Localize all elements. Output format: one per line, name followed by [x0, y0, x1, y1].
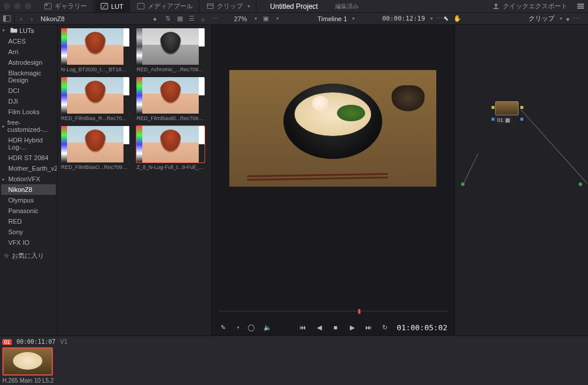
tree-item[interactable]: ▸MotionVFX [0, 174, 57, 184]
node-connector-icon[interactable] [520, 118, 523, 121]
tree-item-label: Sony [8, 228, 23, 235]
go-first-button[interactable]: ⏮ [298, 324, 308, 331]
chevron-down-icon[interactable]: ▾ [430, 16, 433, 21]
tree-item[interactable]: Panasonic [0, 205, 57, 216]
tree-item[interactable]: ▸free-customized-... [0, 117, 57, 135]
clip-timecode: 00:00:11:07 [16, 338, 55, 345]
chevron-down-icon[interactable]: ▾ [237, 325, 239, 330]
tab-media-pool[interactable]: メディアプール [131, 0, 199, 12]
close-window-icon[interactable] [4, 3, 10, 9]
graph-output-node[interactable] [579, 182, 582, 186]
mute-button[interactable]: 🔈 [263, 324, 272, 331]
tree-item[interactable]: RED [0, 216, 57, 227]
chevron-down-icon[interactable]: ▾ [560, 16, 562, 21]
lut-card[interactable]: RED_FilmBiasBl...Rec709_BT1886 [136, 77, 207, 121]
tree-item[interactable]: Arri [0, 47, 57, 57]
tree-item[interactable]: ACES [0, 36, 57, 47]
clip-thumbnail[interactable] [2, 347, 53, 376]
tab-gallery-label: ギャラリー [55, 2, 87, 11]
tree-item[interactable]: Sony [0, 227, 57, 237]
lut-card[interactable]: Z_8_N-Log-Full_t...9-Full_33_V01-00 [136, 126, 207, 170]
node-connector-icon[interactable] [492, 106, 495, 109]
step-back-button[interactable]: ◀ [315, 324, 324, 331]
play-button[interactable]: ▶ [348, 324, 357, 331]
chevron-down-icon[interactable]: ▾ [352, 16, 355, 21]
tab-clip[interactable]: クリップ ▾ [201, 0, 256, 12]
toggle-sidebar-button[interactable] [0, 13, 13, 25]
node-options-button[interactable]: ⋯ [573, 15, 580, 22]
list-view-button[interactable]: ☰ [186, 15, 197, 22]
lut-card[interactable]: RED_Achromic_...Rec709_BT1886 [136, 28, 207, 72]
hand-tool-icon[interactable]: ✋ [453, 15, 462, 22]
lut-card[interactable]: RED_FilmBias_R...Rec709_BT1886 [61, 77, 132, 121]
lut-card[interactable]: N-Log_BT2020_t..._BT1886_size_33 [61, 28, 132, 72]
breadcrumb[interactable]: NikonZ8 [37, 15, 68, 22]
maximize-window-icon[interactable] [25, 3, 31, 9]
stop-button[interactable]: ■ [331, 324, 340, 331]
lut-card[interactable]: RED_FilmBiasO...Rec709_BT1886 [61, 126, 132, 170]
tab-gallery[interactable]: ギャラリー [38, 0, 93, 12]
corrector-node[interactable] [495, 101, 519, 115]
tree-item[interactable]: Mother_Earth_v2... [0, 163, 57, 174]
tree-item[interactable]: Film Looks [0, 107, 57, 117]
search-button[interactable]: ⌕ [198, 15, 209, 22]
tree-item[interactable]: DCI [0, 85, 57, 96]
pointer-tool-icon[interactable]: ⬉ [443, 15, 449, 22]
toolbar: ‹ › NikonZ8 ● ⇅ ▦ ☰ ⌕ ⋯ 27% ▾ ▣ ▾ Timeli… [0, 13, 588, 25]
window-controls [4, 3, 31, 9]
clip-track: V1 [60, 338, 67, 345]
playhead-icon[interactable] [358, 309, 360, 314]
quick-export-button[interactable]: クイックエクスポート [487, 2, 572, 11]
tree-item[interactable]: NikonZ8 [1, 184, 56, 195]
viewer-timecode[interactable]: 01:00:05:02 [397, 323, 447, 332]
sort-button[interactable]: ⇅ [163, 15, 173, 22]
timeline-name[interactable]: Timeline 1 [318, 15, 347, 22]
go-last-button[interactable]: ⏭ [364, 324, 373, 331]
more-options-button[interactable]: ⋯ [210, 15, 220, 22]
chevron-down-icon: ▾ [248, 4, 250, 9]
tree-item[interactable]: VFX IO [0, 237, 57, 248]
tree-favorites[interactable]: ☆ お気に入り [0, 248, 57, 262]
node-mode-label[interactable]: クリップ [529, 14, 554, 23]
tab-clip-label: クリップ [217, 2, 243, 11]
tree-item-label: VFX IO [8, 239, 29, 246]
project-title: Untitled Project [270, 2, 318, 11]
tree-item[interactable]: HDR ST 2084 [0, 152, 57, 163]
node-graph-panel[interactable]: 01 ▦ [455, 25, 588, 336]
lut-label: RED_FilmBias_R...Rec709_BT1886 [61, 115, 129, 121]
lut-thumbnail [61, 28, 129, 65]
node-connector-icon[interactable] [520, 106, 523, 109]
clip-codec: H.265 Main 10 L5.2 [2, 377, 586, 384]
tree-item[interactable]: Blackmagic Design [0, 68, 57, 85]
settings-icon[interactable] [577, 2, 584, 10]
chevron-down-icon[interactable]: ▾ [276, 16, 279, 21]
minimize-window-icon[interactable] [14, 3, 21, 9]
tree-item[interactable]: DJI [0, 96, 57, 107]
tree-item[interactable]: Olympus [0, 195, 57, 205]
tab-lut[interactable]: LUT [95, 0, 130, 12]
timeline-options-button[interactable]: ⋯ [436, 15, 443, 22]
tree-item[interactable]: Astrodesign [0, 57, 57, 68]
grid-view-button[interactable]: ▦ [175, 15, 185, 22]
tree-item-label: DCI [8, 87, 19, 94]
bypass-icon[interactable]: ◯ [246, 324, 256, 331]
chevron-right-icon: ▸ [2, 124, 8, 129]
timeline-timecode[interactable]: 00:00:12:19 [382, 15, 425, 22]
tree-item[interactable]: HDR Hybrid Log-... [0, 135, 57, 152]
video-frame [229, 70, 436, 187]
viewer-canvas[interactable] [212, 25, 455, 311]
color-picker-tool[interactable]: ✎ [219, 324, 228, 331]
viewer-layout-button[interactable]: ▣ [263, 15, 269, 22]
node-connector-icon[interactable] [492, 118, 495, 121]
lut-icon [101, 2, 108, 10]
loop-button[interactable]: ↻ [380, 324, 390, 331]
lut-thumbnail [136, 126, 205, 162]
nav-back-button[interactable]: ‹ [16, 15, 26, 22]
chevron-down-icon: ▾ [2, 28, 8, 33]
tree-root-luts[interactable]: ▾ LUTs [0, 25, 57, 36]
nav-forward-button[interactable]: › [26, 15, 37, 22]
zoom-level[interactable]: 27% [234, 15, 247, 22]
svg-rect-1 [45, 4, 47, 5]
scrubber[interactable] [219, 311, 447, 319]
chevron-down-icon[interactable]: ▾ [255, 16, 257, 21]
